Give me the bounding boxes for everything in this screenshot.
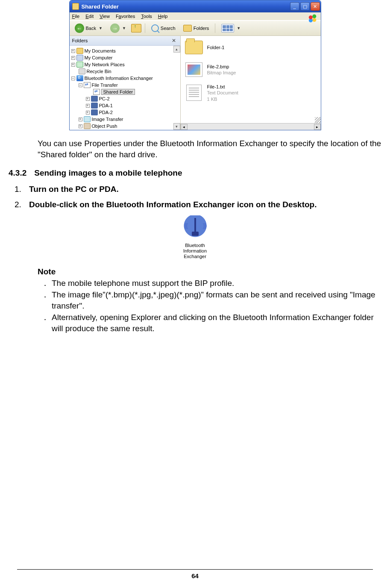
close-button[interactable]: ✕: [311, 2, 320, 11]
file-item-file2[interactable]: File-2.bmp Bitmap Image: [184, 62, 317, 78]
chevron-down-icon: ▼: [122, 26, 126, 30]
expand-icon[interactable]: +: [86, 104, 90, 108]
device-icon: [91, 103, 98, 109]
network-icon: [76, 62, 83, 68]
tree-item-my-documents[interactable]: + My Documents: [71, 47, 180, 54]
device-icon: [91, 109, 98, 115]
folders-button[interactable]: Folders: [181, 24, 212, 32]
step-text: Turn on the PC or PDA.: [29, 185, 381, 194]
section-heading: 4.3.2 Sending images to a mobile telepho…: [0, 168, 390, 179]
tree-item-pda1[interactable]: + PDA-1: [71, 102, 180, 109]
file-name: Folder-1: [207, 44, 225, 50]
collapse-icon[interactable]: −: [71, 76, 75, 80]
expand-icon[interactable]: +: [71, 56, 75, 60]
note-text: The image file”(*.bmp)(*.jpg,*.jpeg)(*.p…: [52, 289, 381, 312]
menu-file[interactable]: File: [72, 14, 80, 19]
expand-icon[interactable]: +: [86, 111, 90, 115]
tree-item-my-network[interactable]: + My Network Places: [71, 61, 180, 68]
list-item: 1. Turn on the PC or PDA.: [15, 185, 381, 194]
separator: [145, 24, 145, 33]
bitmap-icon: [185, 62, 202, 77]
views-icon: [221, 24, 234, 32]
tree-label: File Transfer: [92, 82, 118, 88]
toolbar: ← Back ▼ → ▼ Search Folders ▼: [70, 21, 321, 36]
tree-item-pda2[interactable]: + PDA-2: [71, 109, 180, 116]
page: Shared Folder _ ▢ ✕ File Edit View Favor…: [0, 0, 390, 588]
recycle-bin-icon: [79, 68, 85, 74]
menu-favorites[interactable]: Favorites: [116, 14, 135, 19]
tree-label: PDA-2: [99, 110, 113, 115]
expand-icon[interactable]: +: [86, 97, 90, 101]
section-title: Sending images to a mobile telephone: [34, 168, 182, 179]
note-item: ．The image file”(*.bmp)(*.jpg,*.jpeg)(*.…: [38, 289, 381, 312]
file-type: Text Document: [207, 90, 238, 96]
chevron-down-icon: ▼: [99, 26, 103, 30]
tree-item-image-transfer[interactable]: + Image Transfer: [71, 116, 180, 123]
tree-label: My Computer: [85, 55, 113, 60]
tree-scroll-down-button[interactable]: ▾: [173, 123, 180, 130]
tree-label: PC-2: [99, 96, 110, 101]
tree-scroll-up-button[interactable]: ▴: [173, 46, 180, 53]
maximize-button[interactable]: ▢: [300, 2, 310, 11]
step-text: Double-click on the Bluetooth Informatio…: [29, 200, 381, 209]
collapse-icon[interactable]: −: [79, 83, 82, 87]
step-number: 2.: [15, 200, 24, 209]
bluetooth-antenna-icon: [182, 215, 208, 241]
expand-icon[interactable]: +: [79, 124, 82, 128]
list-item: 2. Double-click on the Bluetooth Informa…: [15, 200, 381, 209]
search-label: Search: [161, 26, 176, 31]
file-name: File-2.bmp: [207, 64, 236, 70]
file-item-folder1[interactable]: Folder-1: [184, 39, 317, 56]
horizontal-scrollbar[interactable]: ◂ ▸: [181, 123, 321, 130]
scroll-right-button[interactable]: ▸: [314, 124, 321, 130]
file-size: 1 KB: [207, 96, 238, 102]
icon-caption-line2: Information: [175, 248, 216, 254]
step-list: 1. Turn on the PC or PDA. 2. Double-clic…: [0, 185, 390, 209]
step-number: 1.: [15, 185, 24, 194]
tree-item-object-push[interactable]: + Object Push: [71, 123, 180, 129]
views-button[interactable]: ▼: [219, 23, 243, 33]
tree-item-shared-folder[interactable]: Shared Folder: [71, 88, 180, 95]
folder-tree[interactable]: ▴ + My Documents + My Computer +: [70, 46, 180, 130]
file-transfer-icon: [84, 82, 91, 88]
tree-item-my-computer[interactable]: + My Computer: [71, 54, 180, 61]
tree-label: My Documents: [85, 48, 116, 53]
tree-item-recycle-bin[interactable]: Recycle Bin: [71, 68, 180, 75]
menu-tools[interactable]: Tools: [141, 14, 152, 19]
scroll-left-button[interactable]: ◂: [181, 124, 188, 130]
chevron-down-icon: ▼: [237, 26, 240, 30]
file-name: File-1.txt: [207, 84, 238, 90]
paragraph: You can use Properties under the Bluetoo…: [0, 138, 390, 160]
shared-folder-icon: [93, 89, 100, 95]
file-item-file1[interactable]: File-1.txt Text Document 1 KB: [184, 84, 317, 102]
content-pane: Folder-1 File-2.bmp Bitmap Image File-1.…: [181, 36, 321, 130]
menu-help[interactable]: Help: [158, 14, 168, 19]
search-button[interactable]: Search: [149, 24, 178, 33]
up-folder-button[interactable]: [131, 24, 141, 32]
folders-icon: [183, 25, 192, 32]
tree-label-selected: Shared Folder: [101, 89, 135, 95]
device-icon: [91, 96, 98, 102]
folders-pane-close-button[interactable]: ✕: [170, 38, 178, 44]
note-text: The mobile telephone must support the BI…: [52, 278, 234, 289]
menu-edit[interactable]: Edit: [85, 14, 94, 19]
desktop-icon[interactable]: Bluetooth Information Exchanger: [175, 215, 216, 260]
expand-icon[interactable]: +: [71, 49, 75, 53]
window-title: Shared Folder: [82, 3, 290, 10]
tree-item-pc2[interactable]: + PC-2: [71, 95, 180, 102]
tree-item-file-transfer[interactable]: − File Transfer: [71, 82, 180, 88]
note-heading: Note: [38, 266, 381, 278]
note-block: Note ．The mobile telephone must support …: [0, 266, 390, 335]
tree-item-bt-exchanger[interactable]: − Bluetooth Information Exchanger: [71, 75, 180, 82]
title-bar[interactable]: Shared Folder _ ▢ ✕: [70, 0, 321, 12]
back-button[interactable]: ← Back ▼: [72, 23, 105, 34]
resize-grip-icon[interactable]: [315, 117, 321, 123]
expand-icon[interactable]: +: [71, 63, 75, 67]
windows-logo-icon: [307, 13, 319, 24]
minimize-button[interactable]: _: [290, 2, 299, 11]
menu-view[interactable]: View: [100, 14, 110, 19]
forward-button[interactable]: → ▼: [108, 23, 129, 34]
folders-pane-title: Folders: [72, 38, 88, 43]
tree-label: Object Push: [92, 123, 117, 129]
expand-icon[interactable]: +: [79, 118, 82, 121]
